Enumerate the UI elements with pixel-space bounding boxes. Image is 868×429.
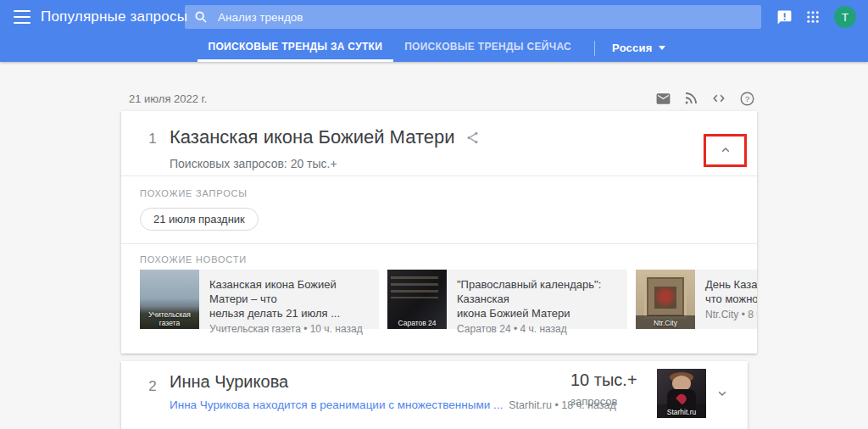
news-item[interactable]: Учительская газета Казанская икона Божие… — [140, 270, 379, 329]
related-news-heading: ПОХОЖИЕ НОВОСТИ — [140, 254, 247, 265]
region-selector[interactable]: Россия — [607, 42, 670, 54]
tab-daily-trends[interactable]: ПОИСКОВЫЕ ТРЕНДЫ ЗА СУТКИ — [198, 34, 394, 62]
news-item[interactable]: Ntr.City День Казанской что можно и нель… — [636, 270, 757, 329]
news-thumbnail[interactable]: Starhit.ru — [657, 369, 706, 418]
thumbnail-caption: Starhit.ru — [657, 408, 706, 416]
tab-realtime-trends[interactable]: ПОИСКОВЫЕ ТРЕНДЫ СЕЙЧАС — [393, 34, 582, 62]
avatar[interactable]: T — [834, 6, 856, 28]
thumbnail-caption: Учительская газета — [140, 310, 199, 327]
news-title: Казанская икона Божией Матери – что нель… — [209, 277, 369, 320]
tab-bar: ПОИСКОВЫЕ ТРЕНДЫ ЗА СУТКИ ПОИСКОВЫЕ ТРЕН… — [0, 34, 868, 62]
app-title: Популярные запросы — [41, 8, 187, 25]
related-query-chip[interactable]: 21 июля праздник — [140, 208, 259, 231]
chevron-down-icon — [659, 46, 665, 50]
trend-rank: 1 — [142, 131, 164, 148]
toolbar: 21 июля 2022 г. ? — [121, 87, 757, 109]
trend-card-2: 2 Инна Чурикова Инна Чурикова находится … — [121, 361, 748, 429]
news-thumbnail: Саратов 24 — [387, 270, 447, 329]
related-queries-heading: ПОХОЖИЕ ЗАПРОСЫ — [140, 188, 248, 198]
mail-icon — [655, 91, 671, 107]
avatar-letter: T — [842, 11, 849, 24]
apps-grid-button[interactable] — [798, 3, 827, 31]
rss-button[interactable] — [681, 88, 701, 109]
embed-button[interactable] — [709, 88, 729, 109]
chevron-down-icon — [716, 387, 728, 399]
google-trends-page: Популярные запросы T ПОИСКОВЫЕ ТРЕНДЫ ЗА… — [0, 0, 868, 429]
related-news-row: Учительская газета Казанская икона Божие… — [140, 270, 757, 329]
search-count-label: Поисковых запросов: 20 тыс.+ — [170, 157, 337, 170]
search-bar[interactable] — [185, 5, 761, 29]
feedback-icon — [776, 9, 793, 25]
rss-icon — [683, 91, 698, 106]
search-input[interactable] — [218, 11, 761, 24]
share-icon — [465, 131, 480, 145]
news-headline-link[interactable]: Инна Чурикова находится в реанимации с м… — [170, 398, 503, 411]
help-button[interactable]: ? — [737, 88, 757, 109]
tab-separator — [594, 41, 595, 56]
feedback-button[interactable] — [770, 3, 798, 31]
apps-grid-icon — [805, 9, 821, 25]
divider — [121, 243, 757, 244]
trend-card-1: 1 Казанская икона Божией Матери Поисковы… — [121, 111, 757, 354]
thumbnail-caption: Ntr.City — [636, 319, 695, 327]
news-thumbnail: Ntr.City — [636, 270, 695, 329]
collapse-button[interactable] — [715, 139, 737, 161]
search-count-block: 10 тыс.+ запросов — [570, 370, 637, 408]
thumbnail-caption: Саратов 24 — [387, 319, 447, 327]
share-button[interactable] — [465, 131, 480, 145]
expand-button[interactable] — [711, 382, 733, 404]
subscribe-button[interactable] — [653, 88, 673, 109]
date-label: 21 июля 2022 г. — [129, 92, 207, 105]
news-item[interactable]: Саратов 24 "Православный календарь": Каз… — [387, 270, 627, 329]
news-title: День Казанской что можно и нельзя — [705, 277, 757, 306]
topbar-actions: T — [770, 0, 861, 34]
trend-title[interactable]: Казанская икона Божией Матери — [170, 126, 455, 148]
chevron-up-icon — [720, 144, 732, 156]
news-source: Ntr.City • 8 ч. назад — [705, 309, 757, 320]
menu-icon[interactable] — [14, 10, 31, 24]
svg-text:?: ? — [744, 94, 749, 103]
news-source: Учительская газета • 10 ч. назад — [209, 323, 369, 335]
divider — [121, 176, 757, 176]
news-source: Саратов 24 • 4 ч. назад — [457, 323, 617, 335]
trend-title[interactable]: Инна Чурикова — [170, 372, 288, 392]
news-thumbnail: Учительская газета — [140, 270, 199, 329]
region-label: Россия — [612, 42, 652, 54]
trend-rank: 2 — [142, 378, 164, 395]
help-icon: ? — [739, 91, 755, 107]
search-count-unit: запросов — [570, 395, 637, 408]
search-count: 10 тыс.+ — [570, 370, 637, 390]
search-icon — [194, 10, 208, 24]
news-title: "Православный календарь": Казанская икон… — [457, 277, 617, 320]
top-app-bar: Популярные запросы T — [0, 0, 868, 34]
code-icon — [711, 91, 726, 106]
